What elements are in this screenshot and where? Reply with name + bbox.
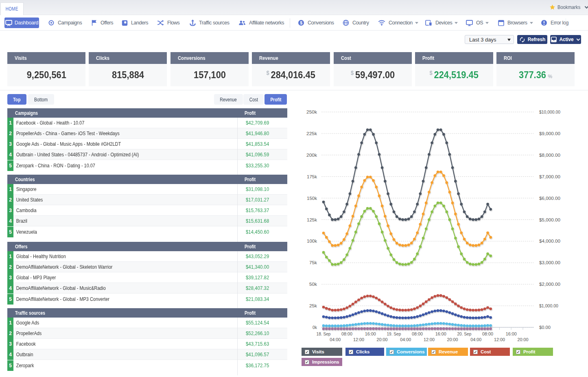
svg-text:04:00: 04:00 [330, 337, 341, 342]
svg-text:12:00: 12:00 [494, 337, 505, 342]
svg-text:16:00: 16:00 [365, 331, 376, 336]
svg-text:04:00: 04:00 [400, 337, 411, 342]
svg-text:$: $ [300, 20, 302, 25]
svg-text:225k: 225k [306, 131, 317, 136]
svg-text:04:00: 04:00 [470, 337, 481, 342]
svg-text:100k: 100k [307, 239, 317, 243]
svg-text:175k: 175k [307, 174, 317, 179]
svg-text:$6,000.00: $6,000.00 [539, 196, 560, 201]
svg-text:25k: 25k [309, 303, 317, 308]
svg-text:20:00: 20:00 [447, 337, 458, 342]
svg-text:$0.00: $0.00 [539, 325, 551, 330]
svg-text:$1,000.00: $1,000.00 [539, 303, 558, 308]
svg-text:0k: 0k [313, 325, 317, 330]
svg-text:$8,000.00: $8,000.00 [539, 153, 560, 158]
svg-text:75k: 75k [309, 260, 317, 265]
svg-text:$4,000.00: $4,000.00 [539, 239, 560, 243]
svg-text:$10,000.00: $10,000.00 [539, 110, 560, 114]
svg-text:$7,000.00: $7,000.00 [539, 174, 560, 179]
svg-text:250k: 250k [306, 110, 317, 114]
svg-text:16:00: 16:00 [435, 331, 446, 336]
svg-text:20:00: 20:00 [518, 337, 529, 342]
svg-text:08:00: 08:00 [482, 331, 493, 336]
svg-text:19. Sep: 19. Sep [387, 331, 401, 336]
svg-text:50k: 50k [309, 282, 317, 287]
svg-text:08:00: 08:00 [412, 331, 423, 336]
svg-text:$9,000.00: $9,000.00 [539, 131, 560, 136]
svg-text:125k: 125k [307, 217, 317, 222]
svg-text:$2,000.00: $2,000.00 [539, 282, 560, 287]
svg-text:16:00: 16:00 [506, 331, 517, 336]
svg-text:20:00: 20:00 [377, 337, 388, 342]
svg-text:18. Sep: 18. Sep [317, 331, 331, 336]
svg-text:$5,000.00: $5,000.00 [539, 217, 560, 222]
svg-text:12:00: 12:00 [353, 337, 364, 342]
svg-text:$3,000.00: $3,000.00 [539, 260, 560, 265]
svg-text:200k: 200k [306, 153, 317, 158]
svg-text:12:00: 12:00 [424, 337, 435, 342]
svg-text:150k: 150k [307, 196, 317, 201]
svg-text:20. Sep: 20. Sep [457, 331, 471, 336]
svg-text:08:00: 08:00 [341, 331, 352, 336]
